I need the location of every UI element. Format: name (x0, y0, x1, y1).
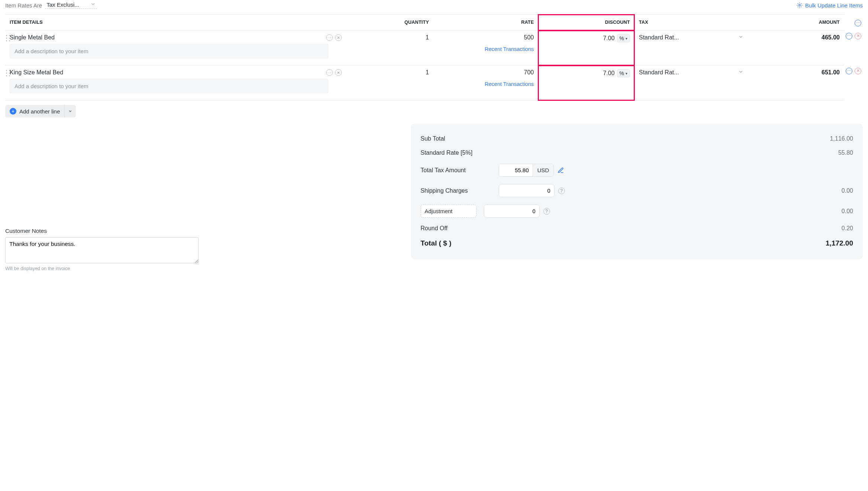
add-line-dropdown[interactable] (64, 105, 76, 118)
col-item-details: ITEM DETAILS (5, 15, 346, 31)
plus-icon: + (10, 108, 16, 115)
shipping-input[interactable] (499, 184, 554, 197)
svg-point-0 (799, 4, 801, 6)
row-more-icon[interactable]: ⋯ (326, 34, 333, 41)
drag-handle-icon[interactable] (5, 68, 11, 78)
amount-value: 651.00 (822, 69, 840, 76)
discount-input[interactable]: 7.00 (603, 35, 614, 42)
table-settings-icon[interactable]: ⋯ (855, 20, 861, 26)
subtotal-label: Sub Total (421, 135, 499, 142)
tax-mode-dropdown[interactable]: Tax Exclusi... (45, 1, 97, 9)
col-rate: RATE (433, 15, 538, 31)
totals-summary: Sub Total 1,116.00 Standard Rate [5%] 55… (411, 123, 863, 259)
col-tax: TAX (634, 15, 748, 31)
rate-input[interactable]: 500 (524, 34, 534, 41)
caret-down-icon: ▾ (626, 71, 627, 76)
help-icon[interactable]: ? (543, 208, 550, 215)
item-name[interactable]: Single Metal Bed (10, 34, 326, 41)
adjustment-value: 0.00 (808, 208, 853, 215)
bulk-update-link[interactable]: Bulk Update Line Items (796, 2, 863, 9)
shipping-label: Shipping Charges (421, 187, 499, 194)
shipping-value: 0.00 (808, 187, 853, 194)
edit-tax-icon[interactable] (557, 167, 564, 174)
gear-icon (796, 2, 803, 9)
drag-handle-icon[interactable] (5, 33, 11, 44)
amount-value: 465.00 (822, 34, 840, 41)
tax-value: Standard Rat... (639, 34, 679, 41)
tax-mode-value: Tax Exclusi... (46, 1, 79, 8)
add-line-button[interactable]: + Add another line (5, 105, 64, 118)
item-name[interactable]: King Size Metal Bed (10, 69, 326, 76)
roundoff-label: Round Off (421, 225, 499, 232)
chevron-down-icon (738, 34, 743, 41)
recent-transactions-link[interactable]: Recent Transactions (438, 81, 534, 87)
item-description-input[interactable]: Add a description to your item (10, 79, 328, 93)
rate-input[interactable]: 700 (524, 69, 534, 76)
customer-notes-hint: Will be displayed on the invoice (5, 266, 400, 271)
row-options-icon[interactable]: ⋯ (846, 33, 852, 39)
roundoff-value: 0.20 (808, 225, 853, 232)
col-quantity: QUANTITY (346, 15, 434, 31)
table-row: Single Metal Bed⋯✕Add a description to y… (5, 31, 844, 65)
discount-unit-dropdown[interactable]: %▾ (617, 69, 630, 77)
quantity-input[interactable]: 1 (426, 69, 429, 76)
row-clear-icon[interactable]: ✕ (335, 69, 342, 76)
item-rates-label: Item Rates Are (5, 2, 42, 9)
col-discount: DISCOUNT (538, 15, 634, 31)
bulk-update-label: Bulk Update Line Items (805, 2, 863, 9)
total-tax-label: Total Tax Amount (421, 167, 499, 174)
recent-transactions-link[interactable]: Recent Transactions (438, 46, 534, 52)
line-items-table: ITEM DETAILS QUANTITY RATE DISCOUNT TAX … (5, 14, 863, 100)
tax-line-value: 55.80 (808, 150, 853, 156)
customer-notes-title: Customer Notes (5, 228, 400, 234)
tax-value: Standard Rat... (639, 69, 679, 76)
add-line-button-group: + Add another line (5, 105, 76, 118)
col-amount: AMOUNT (748, 15, 844, 31)
discount-unit-dropdown[interactable]: %▾ (617, 34, 630, 42)
currency-label: USD (533, 164, 554, 176)
row-delete-icon[interactable]: ✕ (855, 33, 861, 39)
chevron-down-icon (90, 1, 96, 8)
grand-total-value: 1,172.00 (808, 239, 853, 247)
row-more-icon[interactable]: ⋯ (326, 69, 333, 76)
total-tax-input[interactable] (499, 164, 533, 176)
chevron-down-icon (738, 69, 743, 76)
table-row: King Size Metal Bed⋯✕Add a description t… (5, 65, 844, 100)
row-clear-icon[interactable]: ✕ (335, 34, 342, 41)
tax-line-label: Standard Rate [5%] (421, 150, 499, 156)
customer-notes-input[interactable] (5, 237, 199, 263)
caret-down-icon: ▾ (626, 36, 627, 41)
adjustment-name-input[interactable] (421, 205, 476, 218)
quantity-input[interactable]: 1 (426, 34, 429, 41)
adjustment-input[interactable] (484, 205, 540, 218)
customer-notes-block: Customer Notes Will be displayed on the … (5, 228, 400, 271)
subtotal-value: 1,116.00 (808, 135, 853, 142)
row-options-icon[interactable]: ⋯ (846, 68, 852, 74)
total-tax-input-group: USD (499, 164, 554, 177)
row-delete-icon[interactable]: ✕ (855, 68, 861, 74)
discount-input[interactable]: 7.00 (603, 70, 614, 77)
grand-total-label: Total ( $ ) (421, 239, 499, 247)
help-icon[interactable]: ? (558, 187, 565, 194)
tax-dropdown[interactable]: Standard Rat... (639, 34, 743, 41)
add-line-label: Add another line (19, 108, 60, 115)
item-description-input[interactable]: Add a description to your item (10, 44, 328, 58)
tax-dropdown[interactable]: Standard Rat... (639, 69, 743, 76)
